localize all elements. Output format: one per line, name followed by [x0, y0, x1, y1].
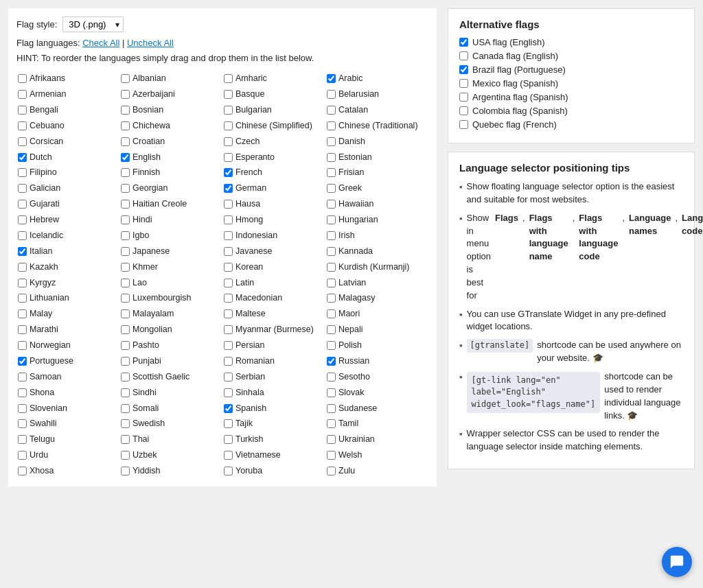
lang-checkbox[interactable]	[121, 388, 130, 397]
lang-label[interactable]: Azerbaijani	[132, 89, 175, 100]
alt-flag-label[interactable]: Quebec flag (French)	[472, 119, 557, 130]
lang-label[interactable]: Swedish	[132, 418, 165, 430]
lang-checkbox[interactable]	[18, 263, 27, 272]
lang-checkbox[interactable]	[121, 435, 130, 444]
lang-checkbox[interactable]	[121, 74, 130, 83]
lang-label[interactable]: Kurdish (Kurmanji)	[338, 261, 410, 273]
lang-label[interactable]: Croatian	[132, 136, 165, 148]
lang-checkbox[interactable]	[327, 388, 336, 397]
alt-flag-label[interactable]: USA flag (English)	[472, 37, 545, 47]
lang-checkbox[interactable]	[18, 74, 27, 83]
lang-checkbox[interactable]	[121, 279, 130, 287]
lang-checkbox[interactable]	[18, 106, 27, 115]
lang-checkbox[interactable]	[224, 263, 233, 272]
lang-checkbox[interactable]	[121, 357, 130, 366]
lang-checkbox[interactable]	[18, 200, 27, 209]
alt-flag-checkbox[interactable]	[459, 93, 468, 102]
lang-checkbox[interactable]	[18, 215, 27, 224]
lang-label[interactable]: Georgian	[132, 183, 168, 194]
lang-checkbox[interactable]	[18, 467, 27, 475]
lang-label[interactable]: Greek	[338, 183, 362, 194]
lang-label[interactable]: Filipino	[30, 167, 57, 178]
lang-checkbox[interactable]	[121, 121, 130, 130]
lang-checkbox[interactable]	[18, 451, 27, 460]
lang-label[interactable]: Thai	[132, 434, 149, 445]
lang-label[interactable]: Armenian	[30, 89, 67, 100]
lang-label[interactable]: Mongolian	[132, 324, 172, 336]
lang-checkbox[interactable]	[224, 341, 233, 350]
lang-checkbox[interactable]	[18, 121, 27, 130]
lang-label[interactable]: Bulgarian	[235, 104, 272, 116]
lang-label[interactable]: Pashto	[132, 340, 159, 351]
lang-checkbox[interactable]	[224, 309, 233, 318]
lang-label[interactable]: Hindi	[132, 214, 152, 226]
lang-checkbox[interactable]	[18, 231, 27, 240]
lang-checkbox[interactable]	[327, 247, 336, 256]
lang-checkbox[interactable]	[224, 388, 233, 397]
lang-checkbox[interactable]	[327, 309, 336, 318]
lang-checkbox[interactable]	[224, 231, 233, 240]
lang-checkbox[interactable]	[18, 373, 27, 381]
lang-checkbox[interactable]	[121, 106, 130, 115]
lang-checkbox[interactable]	[18, 404, 27, 413]
lang-checkbox[interactable]	[224, 373, 233, 381]
lang-label[interactable]: Macedonian	[235, 292, 282, 304]
lang-checkbox[interactable]	[327, 121, 336, 130]
lang-label[interactable]: Bosnian	[132, 104, 163, 116]
lang-label[interactable]: Hmong	[235, 214, 263, 226]
lang-checkbox[interactable]	[327, 137, 336, 146]
lang-label[interactable]: Swahili	[30, 418, 57, 430]
lang-label[interactable]: Yoruba	[235, 465, 262, 477]
lang-label[interactable]: Basque	[235, 89, 264, 100]
lang-checkbox[interactable]	[121, 404, 130, 413]
lang-label[interactable]: Tamil	[338, 418, 358, 430]
lang-label[interactable]: Chinese (Traditional)	[338, 120, 418, 132]
lang-checkbox[interactable]	[327, 263, 336, 272]
lang-checkbox[interactable]	[121, 451, 130, 460]
lang-checkbox[interactable]	[18, 435, 27, 444]
lang-label[interactable]: Vietnamese	[235, 449, 281, 461]
lang-checkbox[interactable]	[224, 153, 233, 162]
alt-flag-checkbox[interactable]	[459, 65, 468, 74]
lang-label[interactable]: Bengali	[30, 104, 58, 116]
lang-label[interactable]: Scottish Gaelic	[132, 371, 189, 383]
lang-checkbox[interactable]	[121, 200, 130, 209]
lang-checkbox[interactable]	[121, 263, 130, 272]
lang-label[interactable]: Amharic	[235, 73, 267, 84]
lang-label[interactable]: Hungarian	[338, 214, 378, 226]
lang-checkbox[interactable]	[18, 341, 27, 350]
lang-checkbox[interactable]	[327, 357, 336, 366]
lang-checkbox[interactable]	[18, 419, 27, 428]
alt-flag-label[interactable]: Brazil flag (Portuguese)	[472, 64, 566, 75]
lang-checkbox[interactable]	[18, 168, 27, 177]
lang-label[interactable]: Chinese (Simplified)	[235, 120, 312, 132]
lang-label[interactable]: Slovenian	[30, 403, 67, 414]
lang-label[interactable]: Welsh	[338, 449, 362, 461]
lang-label[interactable]: Norwegian	[30, 340, 71, 351]
lang-label[interactable]: Yiddish	[132, 465, 161, 477]
lang-label[interactable]: Indonesian	[235, 230, 277, 242]
lang-label[interactable]: Hausa	[235, 198, 260, 210]
lang-checkbox[interactable]	[327, 231, 336, 240]
lang-checkbox[interactable]	[121, 231, 130, 240]
lang-label[interactable]: Catalan	[338, 104, 368, 116]
lang-label[interactable]: Marathi	[30, 324, 58, 336]
alt-flag-checkbox[interactable]	[459, 79, 468, 88]
lang-checkbox[interactable]	[224, 435, 233, 444]
lang-label[interactable]: Nepali	[338, 324, 362, 336]
lang-label[interactable]: Hawaiian	[338, 198, 373, 210]
lang-checkbox[interactable]	[224, 74, 233, 83]
lang-label[interactable]: Uzbek	[132, 449, 157, 461]
lang-label[interactable]: Irish	[338, 230, 355, 242]
lang-checkbox[interactable]	[327, 294, 336, 303]
lang-checkbox[interactable]	[327, 106, 336, 115]
lang-label[interactable]: Finnish	[132, 167, 160, 178]
lang-checkbox[interactable]	[18, 184, 27, 193]
lang-label[interactable]: Estonian	[338, 152, 372, 163]
lang-checkbox[interactable]	[327, 435, 336, 444]
lang-label[interactable]: Urdu	[30, 449, 48, 461]
lang-checkbox[interactable]	[224, 419, 233, 428]
lang-checkbox[interactable]	[224, 121, 233, 130]
lang-label[interactable]: Malayalam	[132, 308, 174, 320]
lang-checkbox[interactable]	[224, 168, 233, 177]
